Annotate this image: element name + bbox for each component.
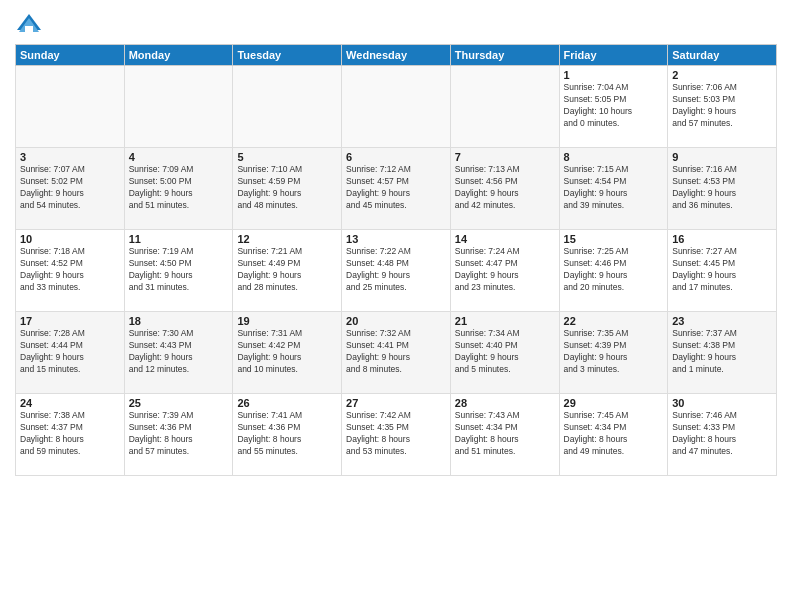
calendar-cell: 15Sunrise: 7:25 AM Sunset: 4:46 PM Dayli…	[559, 230, 668, 312]
day-number: 28	[455, 397, 555, 409]
day-info: Sunrise: 7:46 AM Sunset: 4:33 PM Dayligh…	[672, 410, 772, 458]
calendar-cell: 2Sunrise: 7:06 AM Sunset: 5:03 PM Daylig…	[668, 66, 777, 148]
day-number: 10	[20, 233, 120, 245]
calendar-cell: 19Sunrise: 7:31 AM Sunset: 4:42 PM Dayli…	[233, 312, 342, 394]
calendar-cell	[450, 66, 559, 148]
day-info: Sunrise: 7:21 AM Sunset: 4:49 PM Dayligh…	[237, 246, 337, 294]
header	[15, 10, 777, 38]
calendar-cell: 5Sunrise: 7:10 AM Sunset: 4:59 PM Daylig…	[233, 148, 342, 230]
day-number: 3	[20, 151, 120, 163]
calendar-cell: 29Sunrise: 7:45 AM Sunset: 4:34 PM Dayli…	[559, 394, 668, 476]
logo	[15, 10, 47, 38]
calendar-cell: 22Sunrise: 7:35 AM Sunset: 4:39 PM Dayli…	[559, 312, 668, 394]
day-number: 18	[129, 315, 229, 327]
calendar-cell: 18Sunrise: 7:30 AM Sunset: 4:43 PM Dayli…	[124, 312, 233, 394]
svg-rect-3	[25, 26, 33, 32]
week-row-0: 1Sunrise: 7:04 AM Sunset: 5:05 PM Daylig…	[16, 66, 777, 148]
day-info: Sunrise: 7:22 AM Sunset: 4:48 PM Dayligh…	[346, 246, 446, 294]
day-number: 1	[564, 69, 664, 81]
day-info: Sunrise: 7:41 AM Sunset: 4:36 PM Dayligh…	[237, 410, 337, 458]
calendar-cell: 26Sunrise: 7:41 AM Sunset: 4:36 PM Dayli…	[233, 394, 342, 476]
calendar-cell: 7Sunrise: 7:13 AM Sunset: 4:56 PM Daylig…	[450, 148, 559, 230]
calendar-cell: 21Sunrise: 7:34 AM Sunset: 4:40 PM Dayli…	[450, 312, 559, 394]
page: SundayMondayTuesdayWednesdayThursdayFrid…	[0, 0, 792, 612]
header-tuesday: Tuesday	[233, 45, 342, 66]
calendar: SundayMondayTuesdayWednesdayThursdayFrid…	[15, 44, 777, 476]
day-number: 25	[129, 397, 229, 409]
calendar-cell: 25Sunrise: 7:39 AM Sunset: 4:36 PM Dayli…	[124, 394, 233, 476]
day-info: Sunrise: 7:34 AM Sunset: 4:40 PM Dayligh…	[455, 328, 555, 376]
day-info: Sunrise: 7:09 AM Sunset: 5:00 PM Dayligh…	[129, 164, 229, 212]
day-info: Sunrise: 7:30 AM Sunset: 4:43 PM Dayligh…	[129, 328, 229, 376]
calendar-cell: 8Sunrise: 7:15 AM Sunset: 4:54 PM Daylig…	[559, 148, 668, 230]
day-info: Sunrise: 7:43 AM Sunset: 4:34 PM Dayligh…	[455, 410, 555, 458]
day-info: Sunrise: 7:38 AM Sunset: 4:37 PM Dayligh…	[20, 410, 120, 458]
day-number: 15	[564, 233, 664, 245]
day-info: Sunrise: 7:19 AM Sunset: 4:50 PM Dayligh…	[129, 246, 229, 294]
calendar-cell: 12Sunrise: 7:21 AM Sunset: 4:49 PM Dayli…	[233, 230, 342, 312]
day-info: Sunrise: 7:32 AM Sunset: 4:41 PM Dayligh…	[346, 328, 446, 376]
calendar-cell: 4Sunrise: 7:09 AM Sunset: 5:00 PM Daylig…	[124, 148, 233, 230]
day-info: Sunrise: 7:10 AM Sunset: 4:59 PM Dayligh…	[237, 164, 337, 212]
header-friday: Friday	[559, 45, 668, 66]
day-info: Sunrise: 7:42 AM Sunset: 4:35 PM Dayligh…	[346, 410, 446, 458]
day-number: 29	[564, 397, 664, 409]
calendar-cell: 6Sunrise: 7:12 AM Sunset: 4:57 PM Daylig…	[342, 148, 451, 230]
calendar-cell: 27Sunrise: 7:42 AM Sunset: 4:35 PM Dayli…	[342, 394, 451, 476]
day-number: 21	[455, 315, 555, 327]
header-thursday: Thursday	[450, 45, 559, 66]
day-number: 4	[129, 151, 229, 163]
day-number: 17	[20, 315, 120, 327]
calendar-cell	[124, 66, 233, 148]
day-info: Sunrise: 7:12 AM Sunset: 4:57 PM Dayligh…	[346, 164, 446, 212]
day-info: Sunrise: 7:28 AM Sunset: 4:44 PM Dayligh…	[20, 328, 120, 376]
calendar-cell: 16Sunrise: 7:27 AM Sunset: 4:45 PM Dayli…	[668, 230, 777, 312]
day-number: 19	[237, 315, 337, 327]
day-info: Sunrise: 7:16 AM Sunset: 4:53 PM Dayligh…	[672, 164, 772, 212]
day-info: Sunrise: 7:13 AM Sunset: 4:56 PM Dayligh…	[455, 164, 555, 212]
calendar-cell	[342, 66, 451, 148]
header-saturday: Saturday	[668, 45, 777, 66]
calendar-cell: 14Sunrise: 7:24 AM Sunset: 4:47 PM Dayli…	[450, 230, 559, 312]
day-number: 9	[672, 151, 772, 163]
day-info: Sunrise: 7:31 AM Sunset: 4:42 PM Dayligh…	[237, 328, 337, 376]
day-number: 6	[346, 151, 446, 163]
header-sunday: Sunday	[16, 45, 125, 66]
day-number: 11	[129, 233, 229, 245]
week-row-3: 17Sunrise: 7:28 AM Sunset: 4:44 PM Dayli…	[16, 312, 777, 394]
calendar-cell	[16, 66, 125, 148]
day-number: 13	[346, 233, 446, 245]
day-number: 5	[237, 151, 337, 163]
calendar-cell: 24Sunrise: 7:38 AM Sunset: 4:37 PM Dayli…	[16, 394, 125, 476]
day-number: 8	[564, 151, 664, 163]
day-info: Sunrise: 7:24 AM Sunset: 4:47 PM Dayligh…	[455, 246, 555, 294]
day-info: Sunrise: 7:25 AM Sunset: 4:46 PM Dayligh…	[564, 246, 664, 294]
day-info: Sunrise: 7:15 AM Sunset: 4:54 PM Dayligh…	[564, 164, 664, 212]
calendar-cell: 10Sunrise: 7:18 AM Sunset: 4:52 PM Dayli…	[16, 230, 125, 312]
calendar-header-row: SundayMondayTuesdayWednesdayThursdayFrid…	[16, 45, 777, 66]
day-number: 26	[237, 397, 337, 409]
day-number: 22	[564, 315, 664, 327]
day-info: Sunrise: 7:07 AM Sunset: 5:02 PM Dayligh…	[20, 164, 120, 212]
calendar-cell: 17Sunrise: 7:28 AM Sunset: 4:44 PM Dayli…	[16, 312, 125, 394]
day-number: 23	[672, 315, 772, 327]
week-row-2: 10Sunrise: 7:18 AM Sunset: 4:52 PM Dayli…	[16, 230, 777, 312]
day-info: Sunrise: 7:45 AM Sunset: 4:34 PM Dayligh…	[564, 410, 664, 458]
day-number: 16	[672, 233, 772, 245]
day-info: Sunrise: 7:04 AM Sunset: 5:05 PM Dayligh…	[564, 82, 664, 130]
day-number: 2	[672, 69, 772, 81]
logo-icon	[15, 10, 43, 38]
day-info: Sunrise: 7:39 AM Sunset: 4:36 PM Dayligh…	[129, 410, 229, 458]
calendar-cell: 23Sunrise: 7:37 AM Sunset: 4:38 PM Dayli…	[668, 312, 777, 394]
header-monday: Monday	[124, 45, 233, 66]
day-number: 27	[346, 397, 446, 409]
day-info: Sunrise: 7:27 AM Sunset: 4:45 PM Dayligh…	[672, 246, 772, 294]
day-info: Sunrise: 7:18 AM Sunset: 4:52 PM Dayligh…	[20, 246, 120, 294]
day-info: Sunrise: 7:35 AM Sunset: 4:39 PM Dayligh…	[564, 328, 664, 376]
header-wednesday: Wednesday	[342, 45, 451, 66]
day-number: 12	[237, 233, 337, 245]
calendar-cell: 20Sunrise: 7:32 AM Sunset: 4:41 PM Dayli…	[342, 312, 451, 394]
calendar-cell: 9Sunrise: 7:16 AM Sunset: 4:53 PM Daylig…	[668, 148, 777, 230]
day-number: 7	[455, 151, 555, 163]
calendar-cell: 11Sunrise: 7:19 AM Sunset: 4:50 PM Dayli…	[124, 230, 233, 312]
